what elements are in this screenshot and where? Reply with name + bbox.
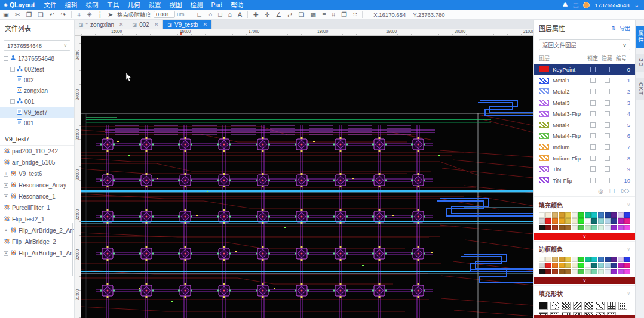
lock-checkbox[interactable]: [590, 67, 596, 72]
expand-icon[interactable]: +: [4, 172, 8, 177]
cell-item-Flip_AirBridge_2[interactable]: Flip_AirBridge_2: [0, 236, 74, 248]
lock-checkbox[interactable]: [590, 122, 596, 128]
lock-checkbox[interactable]: [590, 133, 596, 138]
lock-checkbox[interactable]: [590, 89, 596, 94]
import-icon[interactable]: ⇅: [611, 25, 616, 31]
layers-icon[interactable]: ❏: [296, 11, 307, 18]
color-swatch[interactable]: [539, 225, 545, 230]
color-swatch[interactable]: [559, 257, 565, 262]
tab-002[interactable]: ◪002✕: [128, 20, 164, 29]
color-swatch[interactable]: [618, 263, 624, 268]
color-swatch[interactable]: [545, 225, 551, 230]
lock-checkbox[interactable]: [590, 78, 596, 83]
layer-row-Indium[interactable]: Indium7: [534, 141, 635, 153]
color-swatch[interactable]: [598, 263, 604, 268]
cell-item-V9_test6[interactable]: +V9_test6: [0, 168, 74, 180]
tree-item-V9_test7[interactable]: V9_test7: [0, 107, 74, 118]
pattern-swatch[interactable]: [573, 302, 582, 310]
menu-工具[interactable]: 工具: [103, 1, 124, 8]
cell-item-air_bridge_5105[interactable]: air_bridge_5105: [0, 157, 74, 168]
tree-checkbox[interactable]: [10, 99, 15, 104]
undo-icon[interactable]: ↶: [47, 11, 58, 18]
color-swatch[interactable]: [605, 263, 611, 268]
move-icon[interactable]: ✚: [250, 11, 262, 18]
tree-item-zongxian[interactable]: zongxian: [0, 85, 74, 96]
align-icon[interactable]: ≡: [319, 11, 329, 18]
mirror-icon[interactable]: ⇄: [284, 11, 296, 18]
color-swatch[interactable]: [578, 225, 584, 230]
color-swatch[interactable]: [545, 269, 551, 274]
cell-item-Flip_AirBridge_1_Array[interactable]: +Flip_AirBridge_1_Array: [0, 248, 74, 259]
user-name[interactable]: 17376554648: [594, 2, 629, 8]
lock-checkbox[interactable]: [590, 166, 596, 172]
color-swatch[interactable]: [559, 269, 565, 274]
fill-color-selected[interactable]: ∨: [534, 233, 635, 240]
color-swatch[interactable]: [539, 212, 545, 218]
color-swatch[interactable]: [598, 257, 604, 262]
user-chevron-down-icon[interactable]: ⌄: [634, 2, 639, 8]
color-swatch[interactable]: [598, 269, 604, 274]
cut-region-icon[interactable]: ⌗: [329, 11, 338, 18]
color-swatch[interactable]: [624, 269, 630, 274]
cell-item-Flip_test2_1[interactable]: Flip_test2_1: [0, 214, 74, 225]
color-swatch[interactable]: [605, 212, 611, 218]
cell-item-pad200_110_242[interactable]: pad200_110_242: [0, 146, 74, 157]
cut-icon[interactable]: ✂: [12, 11, 23, 18]
color-swatch[interactable]: [552, 225, 558, 230]
lock-checkbox[interactable]: [590, 111, 596, 116]
color-swatch[interactable]: [578, 257, 584, 262]
color-swatch[interactable]: [559, 212, 565, 218]
layer-row-Metal3[interactable]: Metal33: [534, 97, 635, 109]
color-swatch[interactable]: [611, 212, 617, 218]
redo-icon[interactable]: ↷: [57, 11, 69, 18]
border-color-section[interactable]: 边框颜色 ∨: [534, 241, 635, 255]
color-swatch[interactable]: [598, 212, 604, 218]
color-swatch[interactable]: [585, 218, 591, 224]
hide-checkbox[interactable]: [605, 178, 610, 183]
color-swatch[interactable]: [552, 212, 558, 218]
color-swatch[interactable]: [539, 257, 545, 262]
color-swatch[interactable]: [611, 257, 617, 262]
menu-检测[interactable]: 检测: [186, 1, 207, 8]
fill-pattern-section[interactable]: 填充形状 ∨: [534, 285, 635, 300]
fill-color-section[interactable]: 填充颜色 ∨: [534, 197, 635, 211]
layer-row-KeyPoint[interactable]: KeyPoint0: [534, 64, 635, 75]
color-swatch[interactable]: [559, 225, 565, 230]
layer-row-Metal1[interactable]: Metal11: [534, 75, 635, 87]
color-swatch[interactable]: [624, 218, 630, 224]
color-swatch[interactable]: [565, 225, 571, 230]
fullscreen-icon[interactable]: ⬚: [573, 2, 578, 8]
color-swatch[interactable]: [598, 225, 604, 230]
menu-绘制[interactable]: 绘制: [82, 1, 103, 8]
color-swatch[interactable]: [591, 257, 597, 262]
pattern-swatch[interactable]: [550, 302, 559, 310]
tree-item-002test[interactable]: −002test: [0, 64, 74, 75]
color-swatch[interactable]: [591, 212, 597, 218]
color-swatch[interactable]: [611, 263, 617, 268]
hide-checkbox[interactable]: [605, 111, 610, 116]
color-swatch[interactable]: [572, 263, 578, 268]
color-swatch[interactable]: [578, 263, 584, 268]
freeze-icon[interactable]: ✳: [84, 11, 95, 18]
measure-icon[interactable]: ┆: [95, 11, 105, 18]
tab-zongxian[interactable]: ◪*zongxian✕: [75, 20, 128, 29]
copy-icon[interactable]: ❐: [23, 11, 35, 18]
color-swatch[interactable]: [578, 212, 584, 218]
color-swatch[interactable]: [565, 257, 571, 262]
color-swatch[interactable]: [618, 257, 624, 262]
close-tab-icon[interactable]: ✕: [154, 21, 159, 27]
boolean-icon[interactable]: ▩: [307, 11, 319, 18]
menu-设置[interactable]: 设置: [145, 1, 165, 8]
color-swatch[interactable]: [598, 218, 604, 224]
export-button[interactable]: 导出: [620, 24, 630, 32]
layer-row-Metal3-Flip[interactable]: Metal3-Flip4: [534, 108, 635, 119]
menu-Pad[interactable]: Pad: [207, 1, 227, 8]
color-swatch[interactable]: [585, 225, 591, 230]
color-swatch[interactable]: [585, 269, 591, 274]
menu-几何[interactable]: 几何: [124, 1, 145, 8]
color-swatch[interactable]: [605, 257, 611, 262]
expand-icon[interactable]: +: [4, 229, 8, 233]
avatar[interactable]: [583, 2, 590, 8]
color-swatch[interactable]: [545, 212, 551, 218]
snap-precision-input[interactable]: [154, 11, 175, 18]
